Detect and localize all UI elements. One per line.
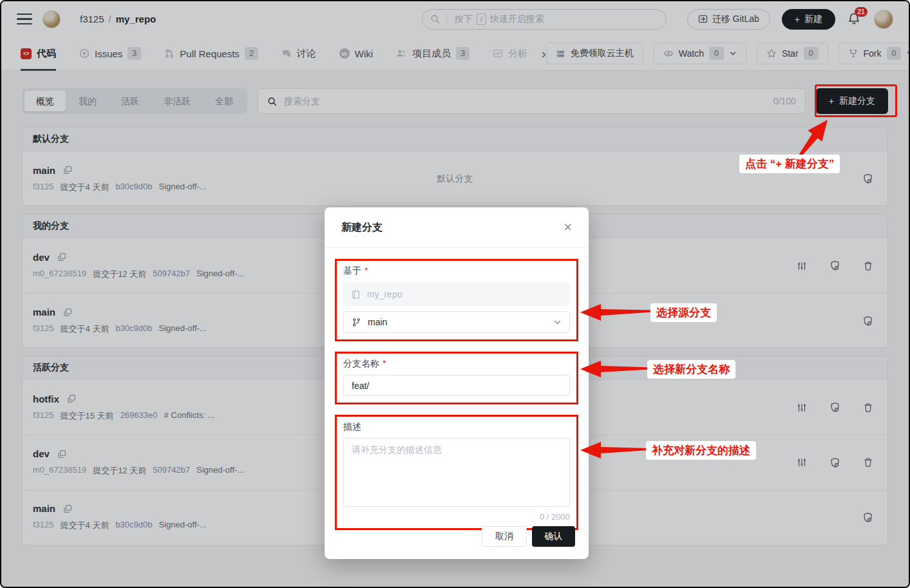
git-branch-icon [352, 318, 361, 327]
base-field-label: 基于* [343, 265, 570, 277]
annotation-select-source: 选择源分支 [650, 303, 717, 322]
source-branch-value: main [368, 317, 387, 327]
close-icon[interactable]: × [564, 220, 572, 234]
annotation-add-description: 补充对新分支的描述 [646, 441, 756, 460]
modal-title: 新建分支 [341, 221, 383, 234]
chevron-down-icon [553, 318, 562, 327]
description-field-label: 描述 [343, 421, 570, 433]
new-branch-modal: 新建分支 × 基于* my_repo main 分支 [325, 207, 589, 559]
repo-field-value: my_repo [367, 289, 402, 299]
branch-name-input[interactable] [343, 375, 570, 396]
highlight-frame-name: 分支名称* [335, 352, 578, 404]
modal-body: 基于* my_repo main 分支名称* [325, 248, 589, 530]
required-mark: * [383, 358, 386, 368]
highlight-frame-base: 基于* my_repo main [335, 259, 578, 341]
source-branch-select[interactable]: main [343, 311, 570, 333]
required-mark: * [365, 265, 368, 276]
highlight-frame-description: 描述 0 / 2000 [335, 415, 578, 530]
repo-field-disabled: my_repo [343, 282, 570, 307]
annotation-click-new-branch: 点击 “+ 新建分支” [739, 155, 840, 173]
app-window: f3125 / my_repo 按下 / 快速开启搜索 迁移 GitLab + … [0, 0, 910, 588]
confirm-button[interactable]: 确认 [532, 526, 575, 547]
repo-icon [351, 290, 361, 299]
cancel-button[interactable]: 取消 [482, 526, 527, 547]
name-field-label: 分支名称* [343, 358, 570, 370]
description-counter: 0 / 2000 [343, 512, 570, 522]
modal-header: 新建分支 × [325, 207, 589, 248]
description-textarea[interactable] [343, 438, 570, 507]
annotation-select-name: 选择新分支名称 [647, 360, 735, 379]
modal-footer: 取消 确认 [482, 526, 575, 547]
